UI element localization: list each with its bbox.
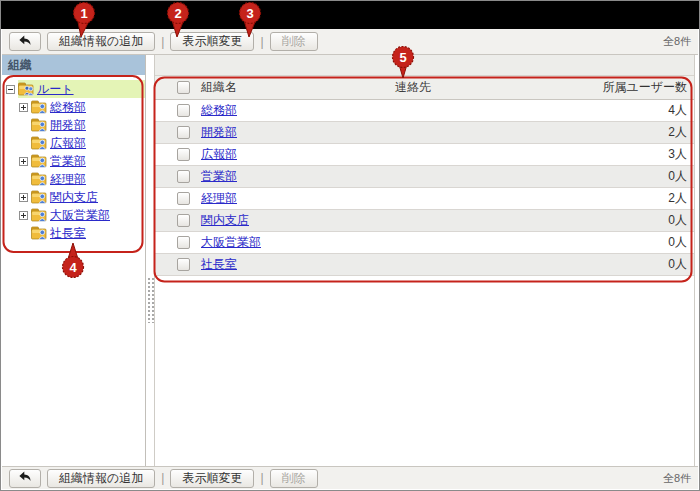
column-header-users: 所属ユーザー数 xyxy=(585,79,694,96)
row-checkbox[interactable] xyxy=(177,104,190,117)
table-row: 関内支店 0人 xyxy=(155,210,694,232)
folder-user-icon xyxy=(31,118,47,132)
undo-arrow-icon xyxy=(18,470,32,486)
admin-window: 組織情報の追加 | 表示順変更 | 削除 全8件 組織 ルート xyxy=(0,0,700,491)
delete-button[interactable]: 削除 xyxy=(270,32,318,51)
table-row: 経理部 2人 xyxy=(155,188,694,210)
tree-item-selected-highlight[interactable]: ルート xyxy=(18,80,145,98)
tree-item-root[interactable]: ルート xyxy=(2,80,145,98)
toolbar-separator: | xyxy=(161,35,164,49)
user-count: 0人 xyxy=(585,212,694,229)
tree-item[interactable]: 大阪営業部 xyxy=(2,206,145,224)
folder-user-icon xyxy=(31,154,47,168)
delete-button-bottom[interactable]: 削除 xyxy=(270,469,318,488)
tree-item-label[interactable]: 営業部 xyxy=(50,153,86,170)
column-header-name: 組織名 xyxy=(199,79,395,96)
table-header-row: 組織名 連絡先 所属ユーザー数 xyxy=(155,76,694,100)
tree-item[interactable]: 経理部 xyxy=(2,170,145,188)
add-org-button-bottom[interactable]: 組織情報の追加 xyxy=(47,469,155,488)
tree-item-label[interactable]: 広報部 xyxy=(50,135,86,152)
undo-arrow-icon xyxy=(18,34,32,50)
user-count: 3人 xyxy=(585,146,694,163)
org-name-link[interactable]: 開発部 xyxy=(201,125,237,139)
tree-item-label[interactable]: 開発部 xyxy=(50,117,86,134)
org-name-link[interactable]: 経理部 xyxy=(201,191,237,205)
content-area: 組織 ルート 総務部 xyxy=(2,55,698,467)
folder-users-icon xyxy=(18,82,34,96)
org-name-link[interactable]: 社長室 xyxy=(201,257,237,271)
back-button-bottom[interactable] xyxy=(9,469,41,488)
tree-item-label[interactable]: 総務部 xyxy=(50,99,86,116)
list-panel-header-band xyxy=(155,55,694,76)
table-row: 営業部 0人 xyxy=(155,166,694,188)
org-name-link[interactable]: 総務部 xyxy=(201,103,237,117)
add-org-button[interactable]: 組織情報の追加 xyxy=(47,32,155,51)
org-tree-panel: 組織 ルート 総務部 xyxy=(2,55,146,467)
table-row: 社長室 0人 xyxy=(155,254,694,276)
folder-user-icon xyxy=(31,100,47,114)
user-count: 2人 xyxy=(585,190,694,207)
table-row: 総務部 4人 xyxy=(155,100,694,122)
tree-item-label[interactable]: 大阪営業部 xyxy=(50,207,110,224)
toolbar-separator: | xyxy=(260,471,263,485)
tree-item-label[interactable]: 社長室 xyxy=(50,225,86,242)
user-count: 0人 xyxy=(585,234,694,251)
expand-icon[interactable] xyxy=(19,211,28,220)
row-checkbox[interactable] xyxy=(177,192,190,205)
tree-item[interactable]: 総務部 xyxy=(2,98,145,116)
org-name-link[interactable]: 関内支店 xyxy=(201,213,249,227)
org-tree: ルート 総務部 開発部 xyxy=(2,75,145,242)
org-list-panel: 組織名 連絡先 所属ユーザー数 総務部 4人 開発部 2人 xyxy=(154,55,695,467)
user-count: 0人 xyxy=(585,168,694,185)
toolbar-separator: | xyxy=(260,35,263,49)
tree-panel-title: 組織 xyxy=(2,55,145,75)
row-checkbox[interactable] xyxy=(177,148,190,161)
folder-user-icon xyxy=(31,208,47,222)
bottom-toolbar: 組織情報の追加 | 表示順変更 | 削除 全8件 xyxy=(2,466,698,489)
column-header-contact: 連絡先 xyxy=(395,79,585,96)
tree-item[interactable]: 開発部 xyxy=(2,116,145,134)
table-row: 広報部 3人 xyxy=(155,144,694,166)
org-name-link[interactable]: 広報部 xyxy=(201,147,237,161)
tree-item[interactable]: 広報部 xyxy=(2,134,145,152)
folder-user-icon xyxy=(31,226,47,240)
folder-user-icon xyxy=(31,172,47,186)
table-row: 大阪営業部 0人 xyxy=(155,232,694,254)
tree-item[interactable]: 関内支店 xyxy=(2,188,145,206)
total-count-bottom: 全8件 xyxy=(663,471,691,486)
tree-item[interactable]: 営業部 xyxy=(2,152,145,170)
top-black-bar xyxy=(1,1,699,29)
tree-item-label[interactable]: 経理部 xyxy=(50,171,86,188)
collapse-icon[interactable] xyxy=(6,85,15,94)
user-count: 2人 xyxy=(585,124,694,141)
row-checkbox[interactable] xyxy=(177,170,190,183)
org-name-link[interactable]: 営業部 xyxy=(201,169,237,183)
row-checkbox[interactable] xyxy=(177,214,190,227)
tree-item[interactable]: 社長室 xyxy=(2,224,145,242)
table-row: 開発部 2人 xyxy=(155,122,694,144)
folder-user-icon xyxy=(31,190,47,204)
total-count: 全8件 xyxy=(663,34,691,49)
reorder-button-bottom[interactable]: 表示順変更 xyxy=(170,469,254,488)
expand-icon[interactable] xyxy=(19,157,28,166)
row-checkbox[interactable] xyxy=(177,236,190,249)
row-checkbox[interactable] xyxy=(177,258,190,271)
user-count: 4人 xyxy=(585,102,694,119)
expand-icon[interactable] xyxy=(19,193,28,202)
user-count: 0人 xyxy=(585,256,694,273)
folder-user-icon xyxy=(31,136,47,150)
expand-icon[interactable] xyxy=(19,103,28,112)
toolbar-separator: | xyxy=(161,471,164,485)
org-name-link[interactable]: 大阪営業部 xyxy=(201,235,261,249)
tree-item-label[interactable]: 関内支店 xyxy=(50,189,98,206)
tree-item-label[interactable]: ルート xyxy=(37,81,74,98)
select-all-checkbox[interactable] xyxy=(177,81,190,94)
back-button[interactable] xyxy=(9,32,41,51)
top-toolbar: 組織情報の追加 | 表示順変更 | 削除 全8件 xyxy=(2,29,698,55)
row-checkbox[interactable] xyxy=(177,126,190,139)
reorder-button[interactable]: 表示順変更 xyxy=(170,32,254,51)
